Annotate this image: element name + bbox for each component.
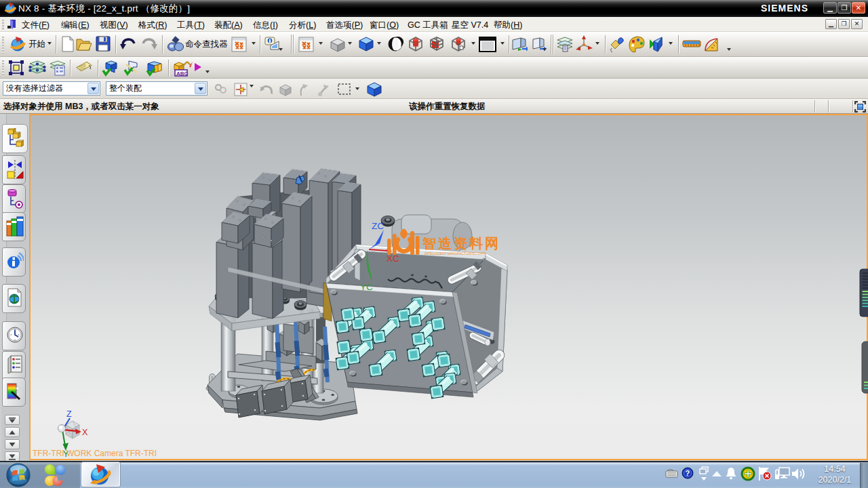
svg-text:ABC: ABC bbox=[176, 70, 189, 77]
svg-text:TFR-TRI WORK Camera TFR-TRI: TFR-TRI WORK Camera TFR-TRI bbox=[33, 449, 157, 458]
svg-text:YC: YC bbox=[360, 282, 373, 292]
svg-text:XC: XC bbox=[387, 253, 399, 264]
svg-text:Z: Z bbox=[66, 409, 72, 419]
svg-text:INTELLIGENT MANUFACTURING DATA: INTELLIGENT MANUFACTURING DATA bbox=[425, 251, 487, 256]
svg-text:ZC: ZC bbox=[372, 221, 384, 231]
svg-text:X: X bbox=[82, 428, 88, 437]
svg-text:?: ? bbox=[685, 469, 690, 477]
svg-text:智造资料网: 智造资料网 bbox=[422, 236, 500, 251]
